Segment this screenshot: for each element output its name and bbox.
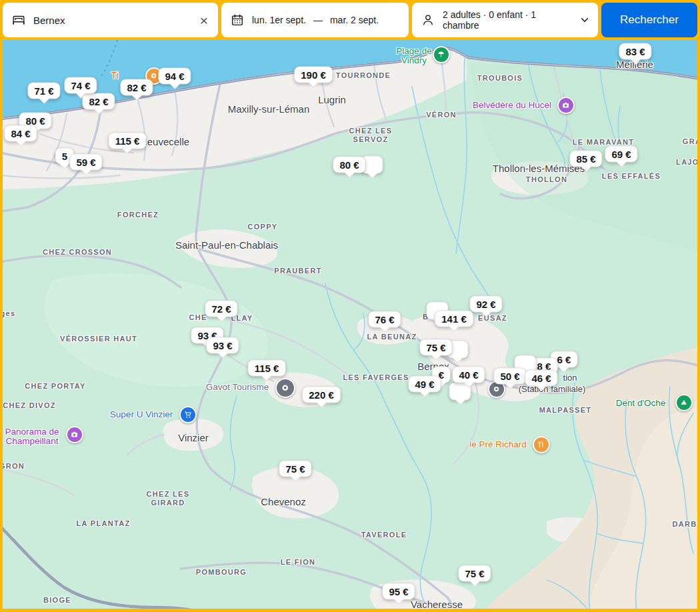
price-pin[interactable]: 49 €	[408, 376, 441, 393]
destination-value: Bernex	[33, 15, 65, 26]
map-label-fragment: Ti	[111, 70, 118, 81]
bed-icon	[11, 13, 26, 27]
town-label: Chevenoz	[261, 496, 306, 507]
cart-icon[interactable]	[179, 406, 197, 423]
hamlet-label: LES FAVERGES	[343, 373, 409, 381]
map-label-fragment: DARBO	[673, 520, 697, 528]
price-pin[interactable]: 72 €	[205, 301, 237, 317]
map-label-fragment: GRA	[683, 137, 697, 145]
poi-label: le Pré Richard	[469, 440, 527, 449]
price-pin[interactable]: 94 €	[158, 68, 191, 85]
price-pin[interactable]: 85 €	[569, 151, 602, 167]
price-pin[interactable]: 141 €	[435, 311, 473, 327]
booking-map-page: Bernex × lun. 1er sept. — mar. 2 sept.	[0, 0, 700, 612]
beach-icon[interactable]	[433, 46, 450, 63]
price-pin[interactable]: 115 €	[248, 360, 286, 377]
hamlet-label: CHEZ LES	[349, 127, 393, 135]
town-label: Vacheresse	[411, 599, 463, 609]
hamlet-label: CHEZ CROSSON	[43, 248, 112, 256]
price-pin[interactable]: 82 €	[82, 93, 115, 110]
price-pin[interactable]: 83 €	[619, 43, 651, 60]
hamlet-label: CHEZ PORTAY	[25, 382, 85, 390]
hamlet-label: PRAUBERT	[274, 267, 322, 275]
checkout-date: mar. 2 sept.	[330, 15, 379, 25]
mountain-icon[interactable]	[675, 394, 693, 411]
price-pin[interactable]: 95 €	[382, 583, 415, 600]
hamlet-label: GIRARD	[151, 499, 185, 507]
town-label: Saint-Paul-en-Chablais	[175, 239, 278, 251]
hamlet-label: VÉROSSIER HAUT	[60, 335, 137, 343]
destination-field[interactable]: Bernex ×	[3, 3, 218, 37]
hamlet-label: MALPASSET	[539, 406, 592, 414]
price-pin[interactable]: 71 €	[27, 83, 60, 99]
price-pin[interactable]: 80 €	[333, 157, 365, 173]
search-button[interactable]: Rechercher	[601, 3, 697, 37]
price-pin[interactable]: 75 €	[419, 339, 452, 356]
camera-icon[interactable]	[66, 426, 83, 443]
dates-field[interactable]: lun. 1er sept. — mar. 2 sept.	[221, 3, 409, 37]
map-canvas[interactable]: Maxilly-sur-LémanLugrinNeuvecelleMeiller…	[3, 40, 697, 609]
occupancy-field[interactable]: 2 adultes · 0 enfant · 1 chambre	[412, 3, 598, 37]
price-pin[interactable]: 50 €	[493, 368, 526, 385]
hamlet-label: FORCHEZ	[117, 211, 159, 219]
price-pin[interactable]: 75 €	[458, 565, 491, 582]
town-label: Maxilly-sur-Léman	[228, 103, 310, 115]
price-pin[interactable]: 75 €	[279, 461, 311, 477]
clear-search-icon[interactable]: ×	[199, 13, 209, 27]
hamlet-label: LE MARAVANT	[573, 138, 635, 146]
map-label-fragment: ges	[3, 309, 15, 317]
price-pin[interactable]: 46 €	[525, 370, 557, 387]
hamlet-label: LA PLANTAZ	[77, 519, 131, 527]
town-label: Neuvecelle	[140, 136, 189, 147]
hamlet-label: THOLLON	[526, 175, 567, 183]
restaurant-icon[interactable]	[533, 436, 550, 453]
hamlet-label: COPPY	[247, 223, 277, 231]
hamlet-label: LES EFFALÉS	[602, 172, 661, 180]
price-pin[interactable]: 82 €	[120, 79, 153, 96]
hamlet-label: TROUBOIS	[477, 74, 523, 82]
dot-icon[interactable]	[275, 378, 295, 398]
price-pin[interactable]: 69 €	[605, 146, 637, 163]
town-label: Lugrin	[318, 94, 346, 105]
poi-label: Gavot Tourisme	[206, 383, 269, 392]
hamlet-label: BIOGE	[43, 596, 71, 604]
price-pin[interactable]: 74 €	[64, 77, 97, 94]
price-pin[interactable]: 93 €	[206, 337, 239, 354]
calendar-icon	[230, 13, 245, 27]
date-separator: —	[313, 15, 323, 25]
hamlet-label: SERVOZ	[353, 135, 389, 143]
price-pin[interactable]: 84 €	[4, 125, 37, 142]
poi-label: Panorama deChampeillant	[5, 427, 59, 446]
price-pin[interactable]: 92 €	[469, 296, 502, 313]
hamlet-label: GRON	[3, 462, 25, 470]
hamlet-label: LE FION	[281, 558, 316, 566]
price-pin[interactable]: 115 €	[109, 133, 147, 149]
chevron-down-icon	[580, 15, 589, 25]
poi-label: Dent d'Oche	[616, 399, 666, 408]
price-pin[interactable]: 190 €	[294, 67, 333, 83]
search-bar: Bernex × lun. 1er sept. — mar. 2 sept.	[0, 0, 700, 40]
price-pin[interactable]: 40 €	[452, 367, 485, 383]
poi-label: Belvédère du Hucel	[473, 101, 551, 110]
map-label-fragment: LAJOU	[676, 158, 697, 166]
town-label: Vinzier	[178, 432, 209, 443]
price-pin[interactable]: 220 €	[302, 387, 341, 403]
hamlet-label: CHEZ LES	[147, 490, 190, 498]
poi-label: Plage deVindry	[396, 47, 431, 65]
map-overlay: Maxilly-sur-LémanLugrinNeuvecelleMeiller…	[3, 40, 697, 609]
hamlet-label: CHEZ DIVOZ	[3, 401, 56, 409]
map-label-fragment: EUSAZ	[478, 314, 507, 322]
checkin-date: lun. 1er sept.	[252, 15, 306, 25]
occupancy-summary: 2 adultes · 0 enfant · 1 chambre	[443, 9, 565, 31]
price-pin[interactable]: 76 €	[368, 311, 401, 328]
price-pin[interactable]: 59 €	[69, 154, 102, 171]
hamlet-label: VÉRON	[426, 111, 457, 119]
camera-icon[interactable]	[557, 97, 575, 114]
hamlet-label: POMBOURG	[196, 568, 247, 576]
poi-label: Super U Vinzier	[110, 410, 173, 419]
map-label-fragment: tion	[563, 373, 577, 383]
person-icon	[421, 13, 435, 27]
hamlet-label: TOURRONDE	[336, 71, 391, 79]
hamlet-label: TAVEROLE	[361, 531, 407, 539]
map-label-fragment: CHE	[189, 313, 207, 321]
